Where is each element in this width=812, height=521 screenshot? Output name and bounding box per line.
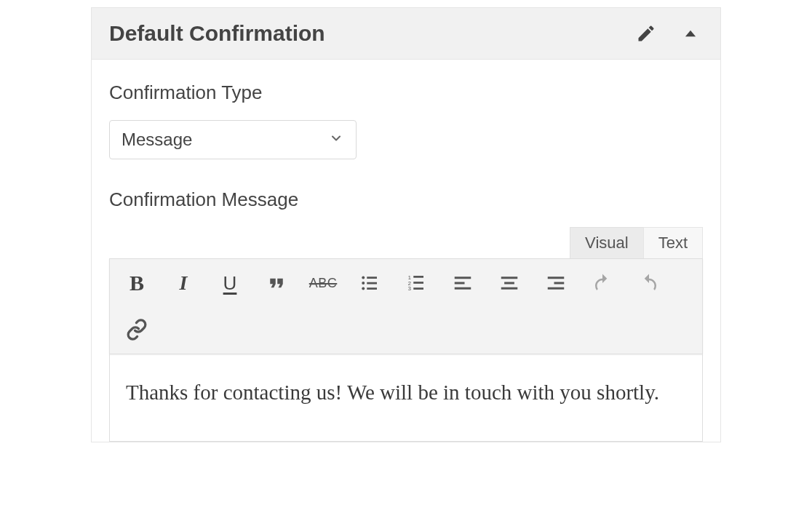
strikethrough-button[interactable]: ABC — [309, 269, 337, 297]
confirmation-type-select[interactable]: Message — [109, 120, 357, 159]
align-center-button[interactable] — [495, 269, 523, 297]
svg-rect-20 — [548, 287, 565, 290]
blockquote-icon — [266, 272, 287, 294]
panel-title: Default Confirmation — [109, 21, 325, 46]
underline-button[interactable]: U — [216, 269, 244, 297]
collapse-button[interactable] — [678, 21, 703, 46]
italic-icon: I — [180, 271, 188, 295]
svg-rect-15 — [501, 277, 518, 279]
svg-rect-1 — [367, 277, 377, 279]
bulleted-list-button[interactable] — [356, 269, 383, 297]
svg-rect-7 — [413, 276, 423, 278]
svg-rect-14 — [455, 287, 471, 290]
confirmation-type-select-wrapper: Message — [109, 120, 357, 159]
svg-text:3: 3 — [408, 285, 411, 292]
pencil-icon — [636, 23, 656, 44]
blockquote-button[interactable] — [263, 269, 290, 297]
italic-button[interactable]: I — [170, 269, 197, 297]
message-editor: Visual Text B I U — [109, 227, 703, 442]
confirmation-message-label: Confirmation Message — [109, 188, 703, 211]
numbered-list-icon: 1 2 3 — [405, 272, 427, 294]
align-center-icon — [498, 272, 520, 294]
svg-rect-17 — [501, 287, 518, 290]
align-left-button[interactable] — [449, 269, 477, 297]
align-left-icon — [452, 272, 474, 294]
svg-rect-12 — [455, 277, 471, 279]
edit-button[interactable] — [636, 23, 656, 44]
undo-button[interactable] — [589, 269, 616, 297]
link-button[interactable] — [123, 316, 151, 343]
panel-body: Confirmation Type Message Confirmation M… — [92, 60, 720, 442]
editor-text: Thanks for contacting us! We will be in … — [126, 381, 659, 404]
confirmation-panel: Default Confirmation Confirmation Type — [91, 7, 721, 442]
panel-header: Default Confirmation — [92, 8, 720, 60]
align-right-icon — [545, 272, 567, 294]
numbered-list-button[interactable]: 1 2 3 — [402, 269, 430, 297]
editor-content[interactable]: Thanks for contacting us! We will be in … — [109, 354, 703, 442]
editor-toolbar: B I U ABC — [109, 258, 703, 354]
svg-rect-19 — [554, 282, 565, 285]
svg-rect-16 — [504, 282, 514, 285]
chevron-up-icon — [678, 21, 703, 46]
tab-text[interactable]: Text — [643, 227, 703, 258]
redo-icon — [638, 272, 660, 294]
confirmation-type-label: Confirmation Type — [109, 81, 703, 104]
panel-actions — [636, 21, 703, 46]
svg-point-4 — [362, 287, 365, 290]
bold-button[interactable]: B — [123, 269, 151, 297]
svg-rect-3 — [367, 282, 377, 285]
svg-rect-11 — [413, 287, 423, 290]
svg-rect-18 — [548, 277, 565, 279]
align-right-button[interactable] — [542, 269, 570, 297]
svg-point-2 — [362, 282, 365, 285]
undo-icon — [592, 272, 613, 294]
svg-point-0 — [362, 277, 365, 279]
svg-rect-13 — [455, 282, 465, 285]
bulleted-list-icon — [359, 272, 381, 294]
editor-tabs: Visual Text — [109, 227, 703, 258]
underline-icon: U — [223, 272, 237, 295]
svg-rect-9 — [413, 282, 423, 284]
svg-rect-5 — [367, 287, 377, 290]
select-value: Message — [122, 130, 192, 150]
redo-button[interactable] — [635, 269, 663, 297]
strikethrough-icon: ABC — [309, 276, 338, 291]
bold-icon: B — [130, 271, 144, 295]
tab-visual[interactable]: Visual — [570, 227, 644, 258]
link-icon — [126, 319, 148, 341]
